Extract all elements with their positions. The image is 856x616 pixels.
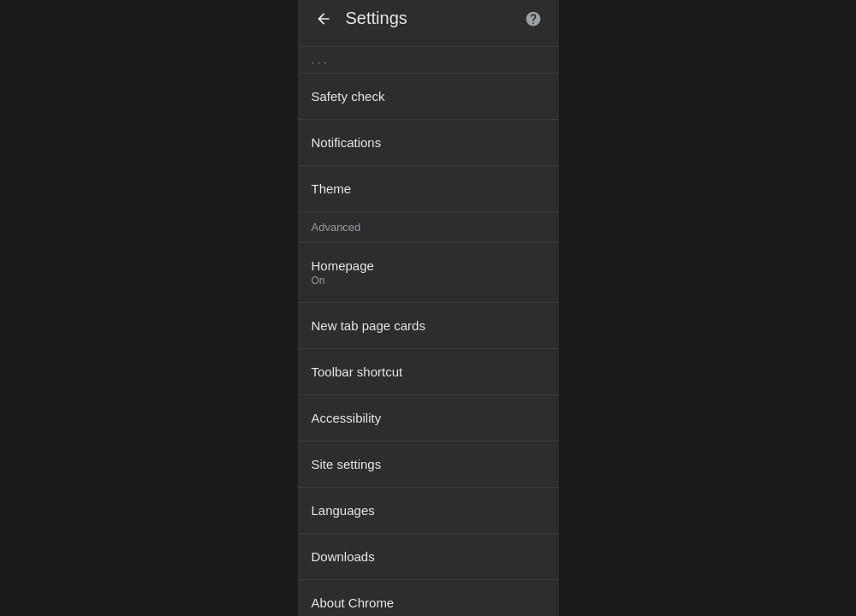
menu-item-site-settings[interactable]: Site settings: [298, 441, 559, 487]
menu-item-accessibility[interactable]: Accessibility: [298, 394, 559, 441]
menu-item-theme[interactable]: Theme: [298, 165, 559, 211]
menu-item-advanced: Advanced: [298, 211, 559, 242]
menu-item-languages[interactable]: Languages: [298, 487, 559, 533]
toolbar-shortcut-label: Toolbar shortcut: [312, 364, 545, 379]
menu-list: Safety check Notifications Theme Advance…: [298, 73, 559, 617]
menu-item-homepage[interactable]: Homepage On: [298, 242, 559, 302]
site-settings-arrow: [555, 455, 559, 472]
theme-label: Theme: [312, 181, 545, 196]
accessibility-label: Accessibility: [312, 411, 545, 425]
settings-header: Settings: [298, 0, 559, 46]
settings-panel: Settings · · · Safety check Notification…: [298, 0, 559, 616]
notifications-label: Notifications: [312, 135, 545, 150]
advanced-label: Advanced: [312, 221, 545, 234]
menu-item-notifications[interactable]: Notifications: [298, 119, 559, 165]
downloads-label: Downloads: [312, 549, 545, 564]
settings-title: Settings: [346, 9, 407, 28]
truncated-label: · · ·: [312, 56, 327, 68]
languages-label: Languages: [312, 503, 545, 518]
truncated-top: · · ·: [298, 46, 559, 73]
menu-item-toolbar-shortcut[interactable]: Toolbar shortcut: [298, 348, 559, 394]
menu-item-about-chrome[interactable]: About Chrome: [298, 579, 559, 617]
menu-item-safety-check[interactable]: Safety check: [298, 73, 559, 119]
new-tab-page-cards-label: New tab page cards: [312, 318, 545, 333]
about-chrome-label: About Chrome: [312, 595, 545, 610]
help-button[interactable]: [521, 7, 545, 31]
header-left: Settings: [312, 7, 407, 31]
menu-item-downloads[interactable]: Downloads: [298, 533, 559, 579]
homepage-sublabel: On: [312, 275, 545, 287]
back-button[interactable]: [312, 7, 336, 31]
site-settings-label: Site settings: [312, 457, 545, 471]
homepage-label: Homepage: [312, 258, 545, 273]
safety-check-label: Safety check: [312, 89, 545, 104]
menu-item-new-tab-page-cards[interactable]: New tab page cards: [298, 302, 559, 348]
